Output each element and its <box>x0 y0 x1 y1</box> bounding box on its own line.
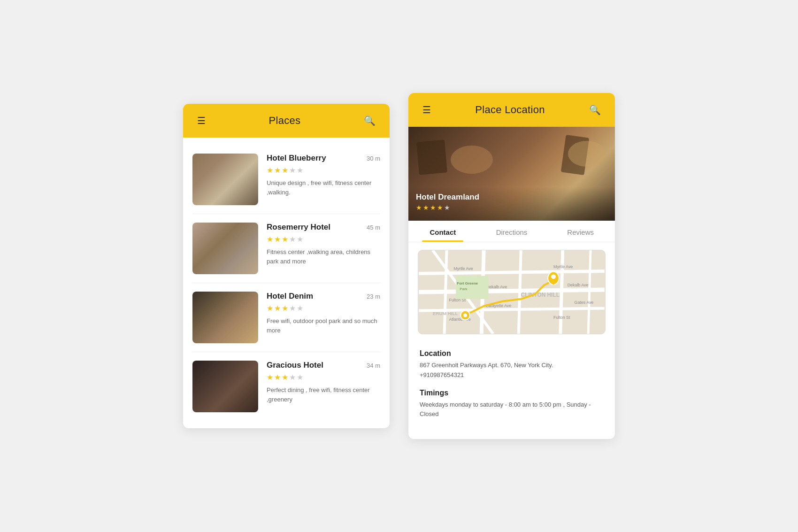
place-name: Gracious Hotel <box>267 361 323 370</box>
star-filled-icon: ★ <box>282 304 288 313</box>
place-name-row: Hotel Denim 23 m <box>267 292 380 301</box>
places-title: Places <box>269 115 301 127</box>
place-name: Rosemerry Hotel <box>267 223 330 232</box>
place-description: Free wifi, outdoor pool park and so much… <box>267 316 380 335</box>
hero-stars: ★★★★★ <box>416 204 607 211</box>
place-name: Hotel Blueberry <box>267 154 326 163</box>
svg-text:Myrtle Ave: Myrtle Ave <box>453 266 473 270</box>
location-top-bar: ☰ Place Location 🔍 <box>408 93 615 127</box>
place-image <box>192 361 258 412</box>
place-stars: ★★★★★ <box>267 304 380 313</box>
place-info: Gracious Hotel 34 m ★★★★★ Perfect dining… <box>267 361 380 404</box>
star-empty-icon: ★ <box>289 235 296 244</box>
hotel-hero-overlay: Hotel Dreamland ★★★★★ <box>408 187 615 221</box>
timings-label: Timings <box>420 389 604 397</box>
place-distance: 34 m <box>367 362 380 369</box>
place-info: Hotel Denim 23 m ★★★★★ Free wifi, outdoo… <box>267 292 380 335</box>
place-image <box>192 223 258 274</box>
svg-text:Dekalb Ave: Dekalb Ave <box>486 285 507 289</box>
hero-star-filled-icon: ★ <box>430 204 436 211</box>
svg-text:Gates Ave: Gates Ave <box>575 300 594 305</box>
star-empty-icon: ★ <box>297 304 303 313</box>
tab-contact[interactable]: Contact <box>408 221 477 242</box>
svg-text:ERUM HILL: ERUM HILL <box>433 311 458 316</box>
star-empty-icon: ★ <box>289 304 296 313</box>
hotel-hero-name: Hotel Dreamland <box>416 193 607 202</box>
star-empty-icon: ★ <box>289 373 296 382</box>
place-name-row: Hotel Blueberry 30 m <box>267 154 380 163</box>
place-description: Unique design , free wifi, fitness cente… <box>267 178 380 197</box>
location-phone: +910987654321 <box>420 370 604 380</box>
map-area: Myrtle Ave Myrtle Ave Dekalb Ave Dekalb … <box>418 250 606 334</box>
svg-text:Fort Greene: Fort Greene <box>457 281 478 285</box>
place-item[interactable]: Hotel Blueberry 30 m ★★★★★ Unique design… <box>192 145 380 214</box>
place-image <box>192 154 258 205</box>
places-top-bar: ☰ Places 🔍 <box>183 104 390 138</box>
place-description: Perfect dining , free wifi, fitness cent… <box>267 386 380 404</box>
hero-star-filled-icon: ★ <box>416 204 422 211</box>
star-filled-icon: ★ <box>267 373 273 382</box>
hero-star-filled-icon: ★ <box>437 204 443 211</box>
timings-section: Timings Weekdays monday to saturday - 8:… <box>420 389 604 420</box>
place-info: Hotel Blueberry 30 m ★★★★★ Unique design… <box>267 154 380 197</box>
hotel-hero: Hotel Dreamland ★★★★★ <box>408 127 615 221</box>
location-info: Location 867 Greenholt Parkways Apt. 670… <box>408 342 615 439</box>
places-list: Hotel Blueberry 30 m ★★★★★ Unique design… <box>183 138 390 428</box>
place-distance: 30 m <box>367 155 380 162</box>
star-filled-icon: ★ <box>282 166 288 175</box>
location-menu-button[interactable]: ☰ <box>420 103 434 116</box>
star-filled-icon: ★ <box>274 166 281 175</box>
place-item[interactable]: Hotel Denim 23 m ★★★★★ Free wifi, outdoo… <box>192 283 380 352</box>
hero-star-empty-icon: ★ <box>444 204 450 211</box>
star-filled-icon: ★ <box>282 235 288 244</box>
svg-text:Fulton St: Fulton St <box>553 315 570 320</box>
location-title: Place Location <box>475 104 545 116</box>
star-filled-icon: ★ <box>267 235 273 244</box>
place-stars: ★★★★★ <box>267 166 380 175</box>
star-filled-icon: ★ <box>267 304 273 313</box>
place-distance: 23 m <box>367 293 380 300</box>
place-description: Fitness center ,walking area, childrens … <box>267 247 380 266</box>
place-image <box>192 292 258 343</box>
place-info: Rosemerry Hotel 45 m ★★★★★ Fitness cente… <box>267 223 380 266</box>
star-empty-icon: ★ <box>297 235 303 244</box>
location-search-button[interactable]: 🔍 <box>586 103 604 116</box>
tab-directions[interactable]: Directions <box>477 221 546 242</box>
location-section: Location 867 Greenholt Parkways Apt. 670… <box>420 349 604 380</box>
place-name-row: Gracious Hotel 34 m <box>267 361 380 370</box>
star-empty-icon: ★ <box>297 373 303 382</box>
star-filled-icon: ★ <box>274 304 281 313</box>
place-stars: ★★★★★ <box>267 373 380 382</box>
location-address: 867 Greenholt Parkways Apt. 670, New Yor… <box>420 361 604 370</box>
star-filled-icon: ★ <box>282 373 288 382</box>
svg-point-27 <box>551 274 556 279</box>
svg-text:Park: Park <box>460 287 467 291</box>
star-empty-icon: ★ <box>297 166 303 175</box>
search-button[interactable]: 🔍 <box>361 114 378 127</box>
places-screen: ☰ Places 🔍 Hotel Blueberry 30 m ★★★★★ Un… <box>183 104 390 428</box>
star-filled-icon: ★ <box>274 373 281 382</box>
tab-reviews[interactable]: Reviews <box>546 221 615 242</box>
star-empty-icon: ★ <box>289 166 296 175</box>
location-screen: ☰ Place Location 🔍 Hotel Dreamland ★★★★★… <box>408 93 615 439</box>
svg-point-25 <box>463 313 467 317</box>
hero-star-filled-icon: ★ <box>423 204 429 211</box>
svg-line-7 <box>560 250 563 334</box>
svg-text:Dekalb Ave: Dekalb Ave <box>568 283 589 287</box>
svg-text:Myrtle Ave: Myrtle Ave <box>553 264 573 269</box>
place-stars: ★★★★★ <box>267 235 380 244</box>
timings-text: Weekdays monday to saturday - 8:00 am to… <box>420 400 604 420</box>
tabs: ContactDirectionsReviews <box>408 221 615 242</box>
place-distance: 45 m <box>367 224 380 231</box>
menu-button[interactable]: ☰ <box>194 114 208 127</box>
place-name: Hotel Denim <box>267 292 313 301</box>
star-filled-icon: ★ <box>274 235 281 244</box>
star-filled-icon: ★ <box>267 166 273 175</box>
location-label: Location <box>420 349 604 358</box>
place-name-row: Rosemerry Hotel 45 m <box>267 223 380 232</box>
place-item[interactable]: Gracious Hotel 34 m ★★★★★ Perfect dining… <box>192 352 380 421</box>
place-item[interactable]: Rosemerry Hotel 45 m ★★★★★ Fitness cente… <box>192 214 380 283</box>
